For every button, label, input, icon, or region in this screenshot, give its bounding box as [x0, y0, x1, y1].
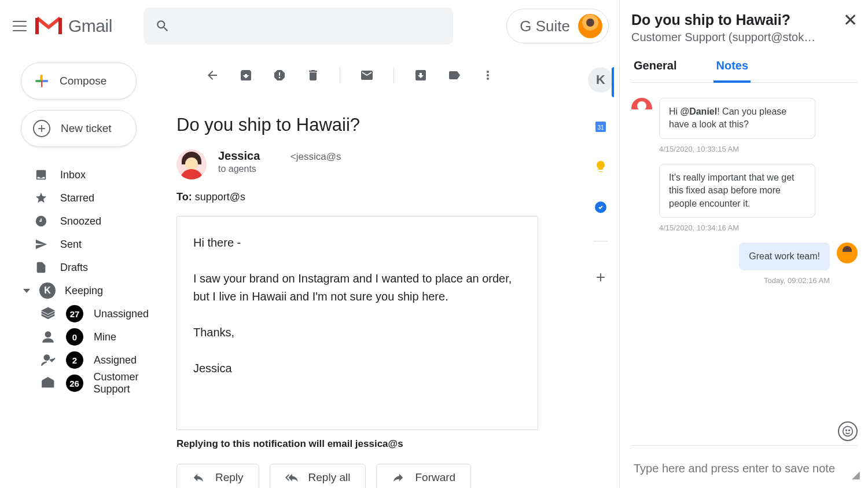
note-avatar	[631, 98, 652, 119]
star-icon	[35, 192, 47, 204]
nav-label: Snoozed	[60, 215, 101, 228]
gmail-m-icon	[35, 16, 62, 36]
panel-title: Do you ship to Hawaii?	[631, 12, 837, 28]
nav-label: Starred	[60, 192, 94, 204]
more-icon[interactable]	[481, 68, 495, 82]
note-bubble: It's really important that we get this f…	[659, 164, 815, 218]
reply-all-icon	[285, 471, 298, 484]
sub-label: Assigned	[94, 354, 137, 366]
account-avatar	[578, 14, 602, 38]
count-badge: 0	[66, 328, 83, 346]
toolbar-separator	[340, 67, 340, 83]
svg-point-7	[849, 430, 850, 431]
inbox-icon	[35, 168, 47, 181]
tab-general[interactable]: General	[631, 59, 679, 82]
clock-icon	[35, 215, 47, 228]
note-timestamp: 4/15/2020, 10:34:16 AM	[659, 223, 858, 232]
nav-sent[interactable]: Sent	[0, 233, 176, 256]
nav-label: Drafts	[60, 262, 88, 274]
keeping-assigned[interactable]: 2 Assigned	[0, 348, 176, 372]
svg-text:31: 31	[597, 124, 604, 131]
sender-name: Jessica	[218, 149, 260, 162]
keeping-mine[interactable]: 0 Mine	[0, 325, 176, 348]
sender-avatar	[176, 149, 207, 179]
rail-separator	[593, 241, 608, 241]
sub-label: Customer Support	[94, 371, 176, 395]
note-input[interactable]	[631, 452, 858, 480]
nav-keeping[interactable]: K Keeping	[0, 279, 176, 302]
gmail-logo[interactable]: Gmail	[35, 16, 112, 36]
sender-to-line: to agents	[218, 164, 341, 174]
count-badge: 2	[66, 351, 83, 369]
emoji-icon[interactable]	[838, 421, 858, 441]
reply-notification-note: Replying to this notification will email…	[176, 438, 559, 450]
count-badge: 27	[66, 305, 83, 322]
close-icon[interactable]: ✕	[843, 12, 858, 29]
send-icon	[35, 238, 47, 251]
delete-icon[interactable]	[306, 68, 320, 82]
compose-button[interactable]: Compose	[21, 63, 137, 100]
person-check-icon	[41, 353, 56, 368]
addon-active-indicator	[612, 67, 614, 97]
sub-label: Unassigned	[94, 308, 149, 320]
search-bar[interactable]	[144, 8, 453, 45]
back-arrow-icon[interactable]	[205, 68, 219, 82]
message-toolbar	[176, 59, 559, 91]
gsuite-label: G Suite	[520, 17, 570, 35]
keeping-customer-support[interactable]: 26 Customer Support	[0, 372, 176, 395]
tab-notes[interactable]: Notes	[713, 59, 751, 83]
hamburger-menu-icon[interactable]	[13, 21, 27, 31]
label-icon[interactable]	[447, 68, 461, 82]
nav-starred[interactable]: Starred	[0, 186, 176, 210]
keeping-unassigned[interactable]: 27 Unassigned	[0, 302, 176, 325]
svg-point-0	[46, 332, 51, 337]
new-ticket-button[interactable]: + New ticket	[21, 110, 137, 147]
compose-plus-icon	[33, 73, 49, 89]
note-timestamp: Today, 09:02:16 AM	[631, 276, 830, 285]
new-ticket-label: New ticket	[61, 122, 112, 135]
panel-subtitle: Customer Support (support@stok…	[631, 31, 816, 44]
get-addons-icon[interactable]: +	[596, 268, 605, 287]
mailbox-icon	[41, 376, 56, 391]
note-bubble: Hi @Daniel! Can you please have a look a…	[659, 98, 815, 139]
nav-label: Sent	[60, 239, 82, 251]
svg-point-1	[45, 355, 50, 360]
count-badge: 26	[66, 375, 83, 392]
nav-inbox[interactable]: Inbox	[0, 163, 176, 186]
archive-icon[interactable]	[239, 68, 253, 82]
file-icon	[35, 261, 47, 274]
email-body: Hi there - I saw your brand on Instagram…	[176, 216, 538, 430]
gsuite-account-chip[interactable]: G Suite	[506, 9, 609, 43]
tasks-icon[interactable]	[594, 200, 608, 214]
plus-circle-icon: +	[33, 120, 50, 137]
note-avatar	[837, 243, 858, 263]
expand-triangle-icon	[23, 289, 30, 293]
forward-icon	[392, 471, 404, 484]
move-to-icon[interactable]	[414, 68, 428, 82]
forward-button[interactable]: Forward	[376, 464, 471, 488]
keeping-label: Keeping	[65, 285, 103, 297]
to-line: To: support@s	[176, 191, 559, 203]
message-subject: Do you ship to Hawaii?	[176, 91, 559, 149]
keep-icon[interactable]	[594, 160, 608, 174]
sub-label: Mine	[94, 331, 116, 343]
mark-unread-icon[interactable]	[360, 68, 374, 82]
reply-icon	[192, 471, 205, 484]
search-icon	[155, 19, 170, 34]
gmail-wordmark: Gmail	[68, 16, 112, 36]
spam-icon[interactable]	[273, 68, 286, 82]
nav-snoozed[interactable]: Snoozed	[0, 210, 176, 233]
toolbar-separator	[393, 67, 394, 83]
sender-address: <jessica@s	[290, 151, 341, 163]
keeping-k-icon: K	[39, 282, 56, 299]
nav-label: Inbox	[60, 169, 86, 181]
resize-handle-icon[interactable]: ◢	[852, 468, 860, 481]
stack-icon	[41, 306, 56, 321]
note-bubble: Great work team!	[739, 243, 830, 270]
note-timestamp: 4/15/2020, 10:33:15 AM	[659, 145, 858, 153]
reply-all-button[interactable]: Reply all	[270, 464, 366, 488]
nav-drafts[interactable]: Drafts	[0, 256, 176, 279]
addon-keeping-icon[interactable]: K	[588, 67, 613, 93]
reply-button[interactable]: Reply	[176, 464, 259, 488]
calendar-icon[interactable]: 31	[594, 119, 608, 133]
